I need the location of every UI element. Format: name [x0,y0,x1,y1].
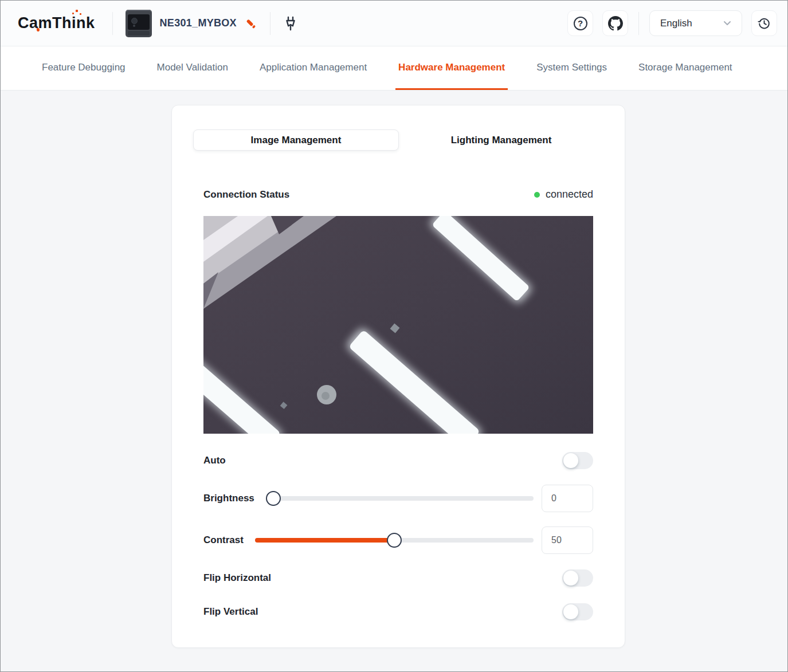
language-selected-value: English [660,18,692,29]
pencil-icon [245,17,257,30]
flip-horizontal-toggle[interactable] [562,569,593,587]
device-info: NE301_MYBOX [126,10,257,37]
nav-tab-model-validation[interactable]: Model Validation [154,46,231,90]
toggle-knob [563,604,578,619]
app-window: CamThink NE301_MYBOX [0,0,788,672]
chevron-down-icon [723,21,731,26]
language-select[interactable]: English [649,10,742,36]
connection-status-label: Connection Status [203,189,289,201]
flip-vertical-row: Flip Vertical [203,602,593,622]
logo-text: CamThink [18,14,95,32]
flip-vertical-label: Flip Vertical [203,606,258,618]
nav-tab-feature-debugging[interactable]: Feature Debugging [39,46,128,90]
question-icon: ? [574,17,587,30]
contrast-slider-knob[interactable] [387,533,402,548]
flip-horizontal-row: Flip Horizontal [203,568,593,588]
connection-status-text: connected [546,188,593,201]
status-dot-icon [534,192,540,198]
tab-lighting-management[interactable]: Lighting Management [399,129,603,151]
github-button[interactable] [602,10,628,36]
contrast-label: Contrast [203,535,244,546]
toggle-knob [563,453,578,468]
edit-device-name-button[interactable] [245,17,257,30]
history-button[interactable] [751,10,777,36]
nav-tab-system-settings[interactable]: System Settings [534,46,610,90]
connection-status-value: connected [534,188,593,201]
app-header: CamThink NE301_MYBOX [1,1,787,46]
camera-preview-image [203,216,593,434]
connection-status-row: Connection Status connected [203,188,593,201]
contrast-row: Contrast [203,526,593,554]
brightness-label: Brightness [203,493,254,504]
device-name: NE301_MYBOX [160,17,237,29]
device-led [133,25,135,27]
flip-vertical-toggle[interactable] [562,603,593,620]
brightness-row: Brightness [203,485,593,512]
header-divider [270,12,270,35]
brightness-slider-knob[interactable] [266,491,281,506]
device-base [128,31,150,36]
camthink-logo: CamThink [18,14,100,32]
nav-tab-application-management[interactable]: Application Management [257,46,370,90]
header-divider [638,12,639,35]
header-divider [112,12,113,35]
main-nav: Feature Debugging Model Validation Appli… [1,46,787,91]
logo-dot [80,13,81,15]
logo-dot [72,13,74,14]
auto-label: Auto [203,455,226,466]
device-front-face [128,14,150,30]
power-plug-button[interactable] [283,15,298,32]
device-thumbnail [126,10,152,37]
github-icon [608,16,623,31]
hardware-panel-card: Image Management Lighting Management Con… [171,105,625,648]
help-button[interactable]: ? [567,10,593,36]
toggle-knob [563,571,578,585]
auto-toggle[interactable] [562,452,593,469]
content-area: Image Management Lighting Management Con… [1,105,787,648]
power-plug-icon [283,15,298,32]
nav-tab-storage-management[interactable]: Storage Management [636,46,735,90]
contrast-value-input[interactable] [542,526,593,554]
logo-dot [76,10,78,12]
panel-tab-bar: Image Management Lighting Management [193,129,603,151]
tab-image-management[interactable]: Image Management [193,129,399,151]
logo-dot [37,28,40,32]
device-lens [131,18,138,24]
contrast-slider[interactable] [255,533,534,548]
slider-fill [255,538,394,543]
slider-track [266,496,534,501]
nav-tab-hardware-management[interactable]: Hardware Management [395,46,508,90]
history-clock-icon [757,16,771,30]
brightness-slider[interactable] [266,491,534,506]
brightness-value-input[interactable] [542,485,593,512]
flip-horizontal-label: Flip Horizontal [203,572,271,584]
auto-row: Auto [203,451,593,470]
